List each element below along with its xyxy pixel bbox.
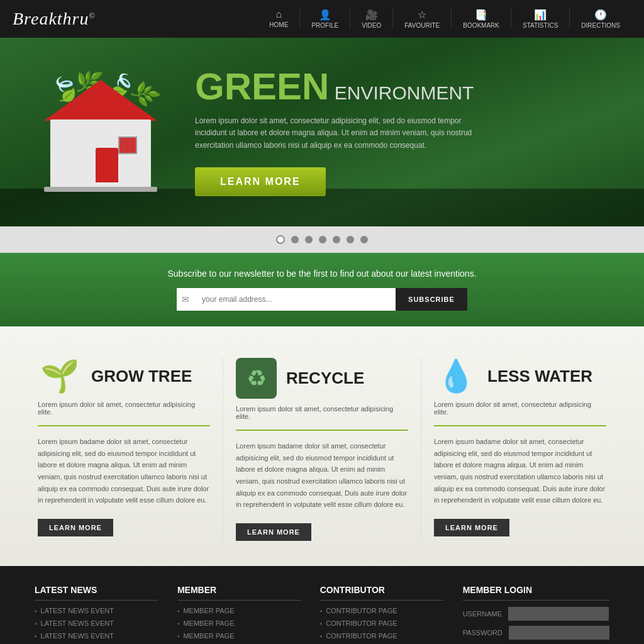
slider-dot-2[interactable] bbox=[291, 236, 299, 243]
feature-title-2: RECYCLE bbox=[286, 369, 364, 388]
recycle-icon: ♻ bbox=[236, 358, 277, 399]
footer-title-login: MEMBER LOGIN bbox=[463, 585, 609, 601]
email-input[interactable] bbox=[194, 288, 396, 311]
email-icon: ✉ bbox=[177, 288, 194, 311]
stats-icon: 📊 bbox=[534, 9, 547, 21]
feature-header-2: ♻ RECYCLE bbox=[236, 358, 408, 399]
house-door bbox=[96, 148, 118, 182]
username-input[interactable] bbox=[508, 607, 609, 621]
bookmark-icon: 📑 bbox=[475, 9, 487, 21]
feature-grow-tree: 🌱 GROW TREE Lorem ipsum dolor sit amet, … bbox=[25, 358, 223, 541]
slider-dot-1[interactable] bbox=[276, 235, 285, 244]
footer-title-contributor: CONTRIBUTOR bbox=[320, 585, 444, 601]
feature-less-water: 💧 LESS WATER Lorem ipsum dolor sit amet,… bbox=[421, 358, 619, 541]
feature-divider-1 bbox=[38, 425, 210, 426]
footer-col-news: LATEST NEWS LATEST NEWS EVENT LATEST NEW… bbox=[25, 585, 168, 644]
feature-subtitle-3: Lorem ipsum dolor sit amet, consectetur … bbox=[434, 401, 606, 416]
footer-col-login: MEMBER LOGIN USERNAME PASSWORD LOGIN bbox=[453, 585, 619, 644]
footer-col-member: MEMBER MEMBER PAGE MEMBER PAGE MEMBER PA… bbox=[168, 585, 311, 644]
learn-more-button-1[interactable]: LEARN MORE bbox=[38, 519, 113, 536]
hero-section: 🍃 🌿 🍃 🌿 GREEN ENVIRONMENT Lorem ipsum do… bbox=[0, 38, 644, 226]
nav-home[interactable]: ⌂ HOME bbox=[258, 9, 300, 29]
feature-recycle: ♻ RECYCLE Lorem ipsum dolor sit amet, co… bbox=[223, 358, 421, 541]
footer-link-contributor-2[interactable]: CONTRIBUTOR PAGE bbox=[320, 619, 444, 627]
footer-title-member: MEMBER bbox=[177, 585, 301, 601]
footer-link-member-1[interactable]: MEMBER PAGE bbox=[177, 607, 301, 614]
footer-link-news-2[interactable]: LATEST NEWS EVENT bbox=[35, 619, 158, 627]
footer-link-news-3[interactable]: LATEST NEWS EVENT bbox=[35, 632, 158, 640]
slider-dot-3[interactable] bbox=[305, 236, 313, 243]
feature-body-2: Lorem ipsum badame dolor sit amet, conse… bbox=[236, 440, 408, 511]
footer-link-member-2[interactable]: MEMBER PAGE bbox=[177, 619, 301, 627]
subscribe-button[interactable]: SUBSCRIBE bbox=[396, 288, 467, 311]
nav-items: ⌂ HOME 👤 PROFILE 🎥 VIDEO ☆ FAVOURITE 📑 B… bbox=[258, 9, 631, 29]
tree-icon: 🌱 bbox=[38, 358, 82, 394]
username-label: USERNAME bbox=[463, 607, 609, 621]
features-section: 🌱 GROW TREE Lorem ipsum dolor sit amet, … bbox=[0, 326, 644, 566]
water-icon: 💧 bbox=[434, 358, 478, 394]
footer: LATEST NEWS LATEST NEWS EVENT LATEST NEW… bbox=[0, 566, 644, 644]
password-label: PASSWORD bbox=[463, 626, 609, 640]
feature-divider-2 bbox=[236, 430, 408, 431]
nav-bookmark[interactable]: 📑 BOOKMARK bbox=[452, 9, 511, 29]
house-body bbox=[50, 119, 151, 189]
learn-more-button[interactable]: LEARN MORE bbox=[195, 167, 326, 196]
slider-dot-4[interactable] bbox=[319, 236, 326, 243]
hero-illustration: 🍃 🌿 🍃 🌿 bbox=[25, 69, 176, 195]
feature-title-1: GROW TREE bbox=[91, 367, 192, 386]
newsletter-form: ✉ SUBSCRIBE bbox=[25, 288, 619, 311]
feature-header-3: 💧 LESS WATER bbox=[434, 358, 606, 394]
footer-link-contributor-3[interactable]: CONTRIBUTOR PAGE bbox=[320, 632, 444, 640]
password-input[interactable] bbox=[509, 626, 609, 640]
slider-dot-7[interactable] bbox=[360, 236, 368, 243]
house-base bbox=[44, 187, 157, 192]
profile-icon: 👤 bbox=[319, 9, 331, 21]
feature-subtitle-2: Lorem ipsum dolor sit amet, consectetur … bbox=[236, 405, 408, 420]
star-icon: ☆ bbox=[418, 9, 426, 21]
hero-text: GREEN ENVIRONMENT Lorem ipsum dolor sit … bbox=[176, 68, 619, 196]
navigation: Breakthru© ⌂ HOME 👤 PROFILE 🎥 VIDEO ☆ FA… bbox=[0, 0, 644, 38]
footer-col-contributor: CONTRIBUTOR CONTRIBUTOR PAGE CONTRIBUTOR… bbox=[311, 585, 453, 644]
feature-header-1: 🌱 GROW TREE bbox=[38, 358, 210, 394]
learn-more-button-2[interactable]: LEARN MORE bbox=[236, 523, 311, 541]
newsletter-text: Subscribe to our newsletter to be the fi… bbox=[25, 269, 619, 279]
login-username-row: USERNAME bbox=[463, 607, 609, 621]
home-icon: ⌂ bbox=[276, 9, 282, 20]
feature-divider-3 bbox=[434, 425, 606, 426]
footer-link-member-3[interactable]: MEMBER PAGE bbox=[177, 632, 301, 640]
learn-more-button-3[interactable]: LEARN MORE bbox=[434, 519, 509, 536]
nav-favourite[interactable]: ☆ FAVOURITE bbox=[393, 9, 452, 29]
hero-title: GREEN ENVIRONMENT bbox=[195, 68, 619, 106]
logo: Breakthru© bbox=[13, 9, 96, 29]
slider-dots bbox=[0, 226, 644, 253]
footer-title-news: LATEST NEWS bbox=[35, 585, 158, 601]
footer-link-contributor-1[interactable]: CONTRIBUTOR PAGE bbox=[320, 607, 444, 614]
slider-dot-5[interactable] bbox=[333, 236, 340, 243]
hero-description: Lorem ipsum dolor sit amet, consectetur … bbox=[195, 115, 484, 152]
newsletter-section: Subscribe to our newsletter to be the fi… bbox=[0, 253, 644, 326]
nav-statistics[interactable]: 📊 STATISTICS bbox=[511, 9, 570, 29]
login-password-row: PASSWORD bbox=[463, 626, 609, 640]
video-icon: 🎥 bbox=[365, 9, 378, 21]
nav-video[interactable]: 🎥 VIDEO bbox=[350, 9, 393, 29]
nav-directions[interactable]: 🕐 DIRECTIONS bbox=[570, 9, 631, 29]
feature-body-3: Lorem ipsum badame dolor sit amet, conse… bbox=[434, 436, 606, 506]
house-roof bbox=[44, 80, 157, 121]
house-window bbox=[118, 136, 137, 154]
slider-dot-6[interactable] bbox=[347, 236, 354, 243]
feature-body-1: Lorem ipsum badame dolor sit amet, conse… bbox=[38, 436, 210, 506]
clock-icon: 🕐 bbox=[594, 9, 607, 21]
feature-subtitle-1: Lorem ipsum dolor sit amet, consectetur … bbox=[38, 401, 210, 416]
footer-link-news-1[interactable]: LATEST NEWS EVENT bbox=[35, 607, 158, 614]
feature-title-3: LESS WATER bbox=[487, 367, 592, 386]
nav-profile[interactable]: 👤 PROFILE bbox=[300, 9, 350, 29]
